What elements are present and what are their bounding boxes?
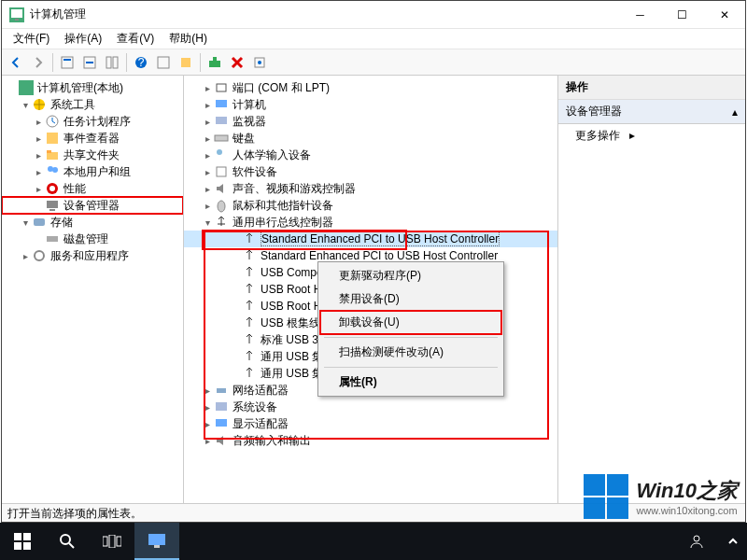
dev-software[interactable]: 软件设备 xyxy=(184,163,557,180)
delete-button[interactable] xyxy=(227,52,247,73)
toolbar: ? xyxy=(2,49,745,76)
menu-help[interactable]: 帮助(H) xyxy=(163,29,213,49)
search-button[interactable] xyxy=(45,523,90,560)
svg-rect-28 xyxy=(49,209,55,211)
tree-services[interactable]: 服务和应用程序 xyxy=(2,247,183,264)
help-button[interactable]: ? xyxy=(131,52,151,73)
maximize-button[interactable]: ☐ xyxy=(661,1,703,28)
forward-button[interactable] xyxy=(28,52,49,73)
minimize-button[interactable]: ─ xyxy=(619,1,661,28)
ctx-properties[interactable]: 属性(R) xyxy=(320,371,501,394)
menubar: 文件(F) 操作(A) 查看(V) 帮助(H) xyxy=(2,29,745,49)
start-button[interactable] xyxy=(0,523,45,560)
svg-point-46 xyxy=(61,535,70,544)
svg-rect-21 xyxy=(47,152,58,160)
tree-task-scheduler[interactable]: 任务计划程序 xyxy=(2,113,183,130)
dev-hid[interactable]: 人体学输入设备 xyxy=(184,147,557,163)
svg-rect-32 xyxy=(217,84,226,91)
dev-monitor[interactable]: 监视器 xyxy=(184,113,557,130)
svg-point-26 xyxy=(49,186,55,191)
svg-rect-13 xyxy=(209,61,220,67)
svg-rect-12 xyxy=(181,58,190,67)
toolbar-btn-2[interactable] xyxy=(79,52,100,73)
svg-rect-3 xyxy=(62,57,73,68)
collapse-icon[interactable]: ▴ xyxy=(732,105,738,119)
taskbar-app-compmgmt[interactable] xyxy=(134,523,179,560)
dev-usb-controllers[interactable]: 通用串行总线控制器 xyxy=(184,214,557,231)
app-icon xyxy=(9,7,24,22)
svg-rect-43 xyxy=(23,533,31,540)
titlebar: 计算机管理 ─ ☐ ✕ xyxy=(2,1,745,29)
dev-display[interactable]: 显示适配器 xyxy=(184,415,557,432)
dev-sound[interactable]: 声音、视频和游戏控制器 xyxy=(184,180,557,197)
svg-rect-1 xyxy=(11,9,22,18)
svg-rect-30 xyxy=(47,236,58,242)
svg-rect-45 xyxy=(23,542,31,550)
tree-performance[interactable]: 性能 xyxy=(2,180,183,197)
svg-point-24 xyxy=(52,167,58,173)
svg-rect-51 xyxy=(154,545,160,548)
svg-rect-47 xyxy=(103,537,107,546)
svg-rect-41 xyxy=(216,419,227,427)
svg-text:?: ? xyxy=(138,56,145,69)
svg-rect-17 xyxy=(19,80,34,95)
dev-ports[interactable]: 端口 (COM 和 LPT) xyxy=(184,79,557,96)
svg-rect-48 xyxy=(109,535,115,548)
tray-up-icon[interactable] xyxy=(719,523,747,560)
ctx-update-driver[interactable]: 更新驱动程序(P) xyxy=(320,264,501,287)
dev-keyboard[interactable]: 键盘 xyxy=(184,130,557,147)
ctx-uninstall-device[interactable]: 卸载设备(U) xyxy=(320,311,501,334)
actions-pane: 操作 设备管理器 ▴ 更多操作 ▸ xyxy=(558,76,745,503)
svg-point-38 xyxy=(218,201,225,212)
svg-rect-39 xyxy=(217,388,226,393)
actions-section[interactable]: 设备管理器 ▴ xyxy=(558,100,745,124)
watermark: Win10之家 www.win10xitong.com xyxy=(584,474,738,519)
menu-file[interactable]: 文件(F) xyxy=(7,29,55,49)
dev-mouse[interactable]: 鼠标和其他指针设备 xyxy=(184,197,557,214)
ctx-disable-device[interactable]: 禁用设备(D) xyxy=(320,287,501,311)
more-actions[interactable]: 更多操作 ▸ xyxy=(558,124,745,147)
toolbar-btn-5[interactable] xyxy=(176,52,196,73)
scan-hardware-button[interactable] xyxy=(204,52,225,73)
tree-system-tools[interactable]: 系统工具 xyxy=(2,96,183,113)
svg-rect-6 xyxy=(86,62,93,63)
back-button[interactable] xyxy=(6,52,26,73)
windows-logo-icon xyxy=(584,474,628,519)
tree-root[interactable]: 计算机管理(本地) xyxy=(2,79,183,96)
svg-rect-50 xyxy=(148,534,165,545)
tree-disk-mgmt[interactable]: 磁盘管理 xyxy=(2,231,183,247)
ctx-scan-hardware[interactable]: 扫描检测硬件改动(A) xyxy=(320,341,501,364)
svg-rect-2 xyxy=(15,19,19,21)
tray-people-icon[interactable] xyxy=(674,523,719,560)
svg-rect-29 xyxy=(34,218,45,226)
dev-system[interactable]: 系统设备 xyxy=(184,399,557,415)
svg-rect-34 xyxy=(216,117,227,124)
tree-storage[interactable]: 存储 xyxy=(2,214,183,231)
dev-computer[interactable]: 计算机 xyxy=(184,96,557,113)
toolbar-btn-6[interactable] xyxy=(249,52,270,73)
usb-item-0[interactable]: Standard Enhanced PCI to USB Host Contro… xyxy=(184,231,557,247)
svg-point-16 xyxy=(258,61,261,64)
svg-rect-27 xyxy=(47,201,58,208)
dev-audio[interactable]: 音频输入和输出 xyxy=(184,432,557,449)
context-menu: 更新驱动程序(P) 禁用设备(D) 卸载设备(U) 扫描检测硬件改动(A) 属性… xyxy=(317,261,504,397)
tree-event-viewer[interactable]: 事件查看器 xyxy=(2,130,183,147)
svg-rect-44 xyxy=(14,542,21,550)
menu-view[interactable]: 查看(V) xyxy=(111,29,160,49)
tree-shared-folders[interactable]: 共享文件夹 xyxy=(2,147,183,163)
svg-rect-11 xyxy=(158,57,169,68)
svg-point-23 xyxy=(48,166,53,172)
toolbar-btn-3[interactable] xyxy=(102,52,122,73)
window-title: 计算机管理 xyxy=(30,7,619,22)
menu-action[interactable]: 操作(A) xyxy=(59,29,107,49)
tree-device-manager[interactable]: 设备管理器 xyxy=(2,197,183,214)
tree-local-users[interactable]: 本地用户和组 xyxy=(2,163,183,180)
svg-rect-49 xyxy=(117,537,121,546)
toolbar-btn-1[interactable] xyxy=(57,52,78,73)
toolbar-btn-4[interactable] xyxy=(153,52,174,73)
task-view-button[interactable] xyxy=(90,523,134,560)
svg-rect-4 xyxy=(63,59,71,61)
actions-header: 操作 xyxy=(558,76,745,100)
close-button[interactable]: ✕ xyxy=(703,1,745,28)
svg-point-31 xyxy=(35,251,44,260)
